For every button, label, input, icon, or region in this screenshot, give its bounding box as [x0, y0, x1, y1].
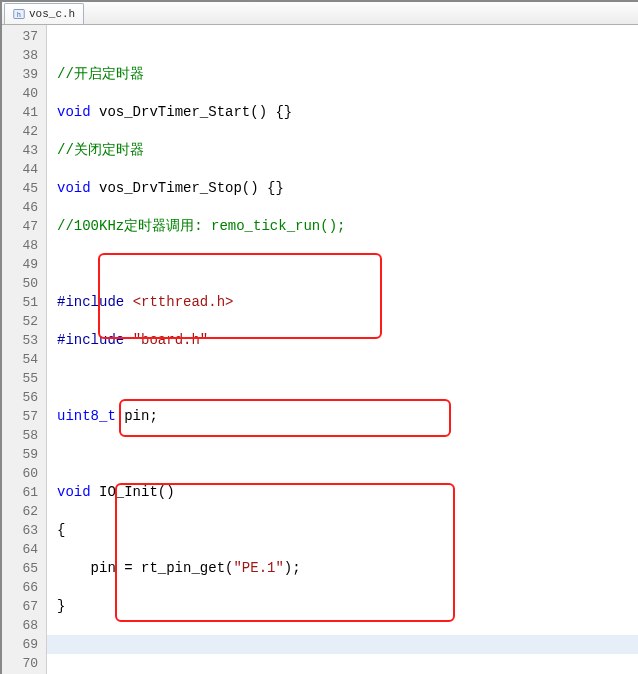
code-line[interactable]: #include <rtthread.h>: [47, 293, 638, 312]
line-number: 38: [2, 46, 46, 65]
line-number: 48: [2, 236, 46, 255]
line-number: 68: [2, 616, 46, 635]
line-number: 39: [2, 65, 46, 84]
code-line[interactable]: [47, 635, 638, 654]
line-number: 40: [2, 84, 46, 103]
code-area[interactable]: //开启定时器 void vos_DrvTimer_Start() {} //关…: [47, 25, 638, 674]
code-line[interactable]: //开启定时器: [47, 65, 638, 84]
line-number: 42: [2, 122, 46, 141]
line-number: 59: [2, 445, 46, 464]
line-number: 51: [2, 293, 46, 312]
code-line[interactable]: [47, 255, 638, 274]
code-line[interactable]: void vos_DrvTimer_Stop() {}: [47, 179, 638, 198]
header-file-icon: h: [13, 8, 25, 20]
code-line[interactable]: //关闭定时器: [47, 141, 638, 160]
code-line[interactable]: }: [47, 597, 638, 616]
line-number: 67: [2, 597, 46, 616]
code-line[interactable]: [47, 27, 638, 46]
editor: 3738394041424344454647484950515253545556…: [2, 25, 638, 674]
line-number-gutter: 3738394041424344454647484950515253545556…: [2, 25, 47, 674]
code-line[interactable]: uint8_t pin;: [47, 407, 638, 426]
line-number: 63: [2, 521, 46, 540]
line-number: 44: [2, 160, 46, 179]
code-line[interactable]: void IO_Init(): [47, 483, 638, 502]
code-line[interactable]: pin = rt_pin_get("PE.1");: [47, 559, 638, 578]
line-number: 50: [2, 274, 46, 293]
code-content[interactable]: //开启定时器 void vos_DrvTimer_Start() {} //关…: [47, 25, 638, 674]
line-number: 55: [2, 369, 46, 388]
line-number: 60: [2, 464, 46, 483]
code-line[interactable]: {: [47, 521, 638, 540]
code-line[interactable]: [47, 445, 638, 464]
line-number: 58: [2, 426, 46, 445]
line-number: 70: [2, 654, 46, 673]
line-number: 61: [2, 483, 46, 502]
line-number: 57: [2, 407, 46, 426]
tab-bar: h vos_c.h: [2, 2, 638, 25]
line-number: 45: [2, 179, 46, 198]
tab-filename: vos_c.h: [29, 8, 75, 20]
line-number: 47: [2, 217, 46, 236]
line-number: 41: [2, 103, 46, 122]
line-number: 69: [2, 635, 46, 654]
code-line[interactable]: [47, 369, 638, 388]
line-number: 54: [2, 350, 46, 369]
line-number: 65: [2, 559, 46, 578]
line-number: 62: [2, 502, 46, 521]
file-tab[interactable]: h vos_c.h: [4, 3, 84, 24]
svg-text:h: h: [17, 11, 21, 18]
line-number: 64: [2, 540, 46, 559]
line-number: 46: [2, 198, 46, 217]
line-number: 52: [2, 312, 46, 331]
code-line[interactable]: #include "board.h": [47, 331, 638, 350]
code-line[interactable]: //100KHz定时器调用: remo_tick_run();: [47, 217, 638, 236]
line-number: 66: [2, 578, 46, 597]
line-number: 43: [2, 141, 46, 160]
code-line[interactable]: void vos_DrvTimer_Start() {}: [47, 103, 638, 122]
line-number: 53: [2, 331, 46, 350]
line-number: 56: [2, 388, 46, 407]
line-number: 37: [2, 27, 46, 46]
line-number: 49: [2, 255, 46, 274]
